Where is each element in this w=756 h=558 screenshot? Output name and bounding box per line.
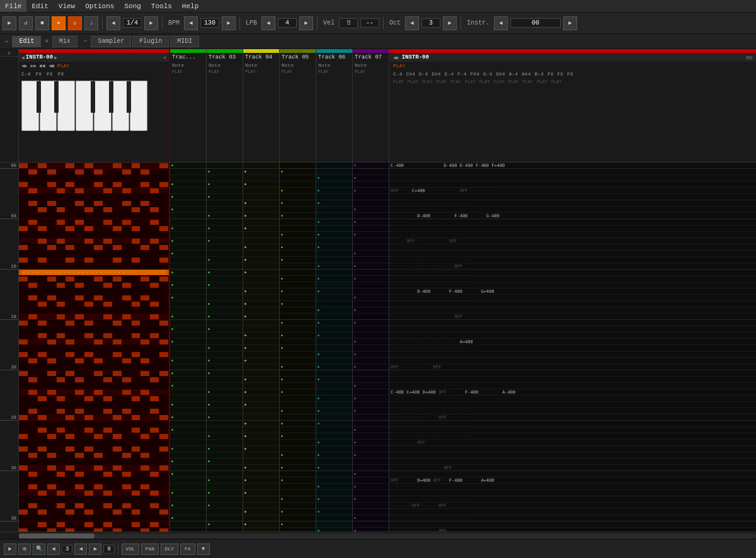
right-instr-expand[interactable]: ◀▶ <box>393 55 399 60</box>
t04-grid-row-30[interactable] <box>243 351 279 358</box>
right-roll-row-5[interactable]: · · · · · · · · · · · · · · · · <box>389 194 756 200</box>
t03-grid-row-14[interactable] <box>207 251 243 257</box>
t05-grid-row-5[interactable] <box>280 194 316 200</box>
t06-grid-row-52[interactable] <box>316 490 352 496</box>
right-roll-row-23[interactable]: · · · · · · · · · · · · · · · · <box>389 307 756 314</box>
t06-grid-row-50[interactable] <box>316 477 352 484</box>
t07-grid-row-2[interactable] <box>353 175 389 181</box>
t07-grid-row-6[interactable] <box>353 200 389 207</box>
t02-grid-row-43[interactable] <box>170 433 206 440</box>
t03-grid-row-48[interactable] <box>207 465 243 471</box>
left-roll-row-13[interactable] <box>19 244 169 251</box>
t06-grid-row-4[interactable] <box>316 188 352 194</box>
right-roll-row-35[interactable]: · · · · · · · · · · · · · · · · <box>389 383 756 389</box>
t06-grid-row-15[interactable] <box>316 257 352 263</box>
t06-grid-row-0[interactable] <box>316 162 352 169</box>
dly-btn[interactable]: DLY <box>161 544 178 555</box>
t06-grid-row-35[interactable] <box>316 383 352 389</box>
piano-key-c[interactable] <box>21 81 39 131</box>
t02-grid-row-0[interactable] <box>170 162 206 169</box>
step-value[interactable]: 8 <box>103 545 114 554</box>
t04-grid-row-9[interactable] <box>243 219 279 225</box>
t07-grid-row-17[interactable] <box>353 270 389 276</box>
t05-grid-row-18[interactable] <box>280 276 316 282</box>
t02-grid-row-25[interactable] <box>170 320 206 326</box>
t06-grid-row-49[interactable] <box>316 471 352 477</box>
t03-grid-row-49[interactable] <box>207 471 243 477</box>
t06-grid-row-32[interactable] <box>316 364 352 370</box>
t05-grid-row-54[interactable] <box>280 503 316 509</box>
t05-grid-row-42[interactable] <box>280 427 316 433</box>
t02-grid-row-14[interactable] <box>170 251 206 257</box>
pattern-button[interactable]: ♩ <box>84 16 98 30</box>
left-roll-row-48[interactable] <box>19 465 169 471</box>
right-roll-row-18[interactable]: · · · · · · · · · · · · · · · · <box>389 276 756 282</box>
stop-button[interactable]: ■ <box>35 16 49 30</box>
left-piano-roll[interactable]: · · · · · · · · · · · · · · · · · · · · … <box>19 162 170 532</box>
t07-grid-row-15[interactable] <box>353 257 389 263</box>
t06-grid-row-36[interactable] <box>316 389 352 396</box>
t06-grid-row-40[interactable] <box>316 414 352 421</box>
right-roll-row-20[interactable]: · · · · · D-400 · · · F-400 · · · G=400 <box>389 288 756 295</box>
t04-grid-row-21[interactable] <box>243 295 279 301</box>
left-roll-row-10[interactable] <box>19 225 169 232</box>
t04-grid-row-6[interactable] <box>243 200 279 207</box>
right-roll-row-40[interactable]: · · · · · · · · · OFF <box>389 414 756 421</box>
t02-grid-row-44[interactable] <box>170 440 206 446</box>
t04-grid-row-3[interactable] <box>243 181 279 188</box>
t03-grid-row-44[interactable] <box>207 440 243 446</box>
left-roll-row-32[interactable] <box>19 364 169 370</box>
right-roll-row-6[interactable]: · · · · · · · · · · · · · · · · <box>389 200 756 207</box>
t02-grid-row-4[interactable] <box>170 188 206 194</box>
left-roll-row-0[interactable] <box>19 162 169 169</box>
left-roll-row-12[interactable] <box>19 238 169 244</box>
t02-grid-row-16[interactable] <box>170 263 206 270</box>
t02-grid-row-30[interactable] <box>170 351 206 358</box>
t06-grid-row-39[interactable] <box>316 408 352 414</box>
left-roll-row-30[interactable] <box>19 351 169 358</box>
left-roll-row-34[interactable] <box>19 377 169 383</box>
t02-grid-row-1[interactable] <box>170 169 206 175</box>
t03-grid-row-52[interactable] <box>207 490 243 496</box>
t05-grid-row-19[interactable] <box>280 282 316 288</box>
t05-grid-row-37[interactable] <box>280 396 316 402</box>
right-roll-row-12[interactable]: · · · OFF · · · · · · OFF <box>389 238 756 244</box>
status-search-btn[interactable]: 🔍 <box>33 544 45 555</box>
t06-grid-row-1[interactable] <box>316 169 352 175</box>
t05-grid-row-38[interactable] <box>280 402 316 408</box>
t06-grid-row-41[interactable] <box>316 421 352 427</box>
t05-grid-row-48[interactable] <box>280 465 316 471</box>
t07-grid-row-26[interactable] <box>353 326 389 333</box>
right-roll-row-10[interactable]: · · · · · · · · · · · · · · · · <box>389 225 756 232</box>
t04-grid-row-48[interactable] <box>243 465 279 471</box>
right-roll-row-30[interactable]: · · · · · · · · · · · · · · · · <box>389 351 756 358</box>
right-roll-row-41[interactable]: · · · · · · · · · · · · · · · · <box>389 421 756 427</box>
t06-grid-row-11[interactable] <box>316 232 352 238</box>
status-play-btn[interactable]: ▶ <box>4 544 16 555</box>
loop-value[interactable]: 3 <box>62 545 72 554</box>
t07-grid-row-29[interactable] <box>353 345 389 351</box>
left-roll-row-49[interactable] <box>19 471 169 477</box>
t03-grid-row-20[interactable] <box>207 288 243 295</box>
t03-grid-row-41[interactable] <box>207 421 243 427</box>
t06-grid-row-56[interactable] <box>316 515 352 521</box>
t05-grid-row-23[interactable] <box>280 307 316 314</box>
t04-grid-row-22[interactable] <box>243 301 279 307</box>
status-nav-left[interactable]: ◀ <box>74 544 87 555</box>
t03-grid-row-9[interactable] <box>207 219 243 225</box>
left-roll-row-2[interactable] <box>19 175 169 181</box>
left-roll-row-20[interactable] <box>19 288 169 295</box>
t07-grid-row-36[interactable] <box>353 389 389 396</box>
t04-grid-row-15[interactable] <box>243 257 279 263</box>
right-roll-row-50[interactable]: OFF · · · D=400 OFF · F-400 · · · A=400 <box>389 477 756 484</box>
left-roll-row-44[interactable] <box>19 440 169 446</box>
right-roll-row-25[interactable]: · · · · · · · · · · · · · · · · <box>389 320 756 326</box>
t04-grid-row-33[interactable] <box>243 370 279 377</box>
right-roll-row-11[interactable]: · · · · · · · · · · · · · · · · <box>389 232 756 238</box>
t07-grid-row-0[interactable] <box>353 162 389 169</box>
t03-grid-row-16[interactable] <box>207 263 243 270</box>
t07-grid-row-42[interactable] <box>353 427 389 433</box>
t07-grid-row-46[interactable] <box>353 452 389 458</box>
t04-grid-row-0[interactable] <box>243 162 279 169</box>
menu-help[interactable]: Help <box>177 0 203 12</box>
